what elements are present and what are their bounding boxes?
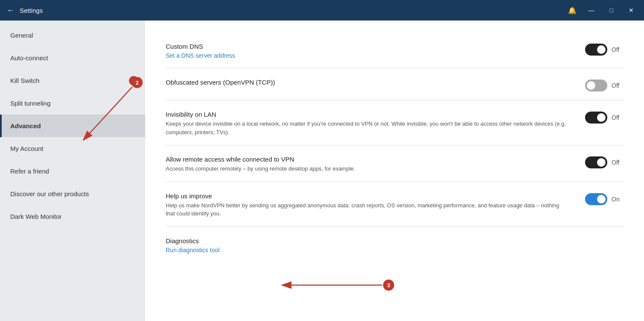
sidebar-label-dark-web: Dark Web Monitor: [10, 213, 62, 220]
setting-help-improve: Help us improveHelp us make NordVPN bett…: [166, 184, 624, 227]
setting-desc-invisibility-lan: Keeps your device invisible on a local n…: [166, 120, 568, 136]
app-title: Settings: [20, 7, 43, 14]
sidebar-label-my-account: My Account: [10, 145, 44, 152]
sidebar-item-general[interactable]: General: [0, 24, 145, 47]
sidebar: GeneralAuto-connectKill Switch2Split tun…: [0, 21, 145, 321]
setting-custom-dns: Custom DNSSet a DNS server addressOff: [166, 34, 624, 68]
sidebar-item-kill-switch[interactable]: Kill Switch2: [0, 69, 145, 92]
sidebar-item-auto-connect[interactable]: Auto-connect: [0, 47, 145, 69]
status-text-remote-access: Off: [612, 159, 624, 166]
setting-invisibility-lan: Invisibility on LANKeeps your device inv…: [166, 102, 624, 145]
setting-info-custom-dns: Custom DNSSet a DNS server address: [166, 43, 585, 59]
setting-control-invisibility-lan: Off: [585, 111, 624, 124]
toggle-thumb-invisibility-lan: [597, 113, 606, 122]
sidebar-item-advanced[interactable]: Advanced: [0, 115, 145, 137]
sidebar-item-my-account[interactable]: My Account: [0, 137, 145, 160]
setting-remote-access: Allow remote access while connected to V…: [166, 147, 624, 182]
sidebar-label-refer-a-friend: Refer a friend: [10, 168, 49, 175]
back-button[interactable]: ←: [7, 6, 15, 15]
toggle-thumb-custom-dns: [597, 45, 606, 54]
sidebar-label-advanced: Advanced: [10, 122, 41, 130]
setting-control-help-improve: On: [585, 192, 624, 205]
badge-kill-switch: 2: [129, 76, 138, 85]
toggle-thumb-obfuscated-servers: [587, 81, 595, 90]
setting-obfuscated-servers: Obfuscated servers (OpenVPN (TCP))Off: [166, 70, 624, 100]
titlebar: ← Settings 🔔 — □ ✕: [0, 0, 644, 21]
status-text-custom-dns: Off: [612, 46, 624, 53]
window-controls: 🔔 — □ ✕: [568, 5, 637, 15]
setting-control-remote-access: Off: [585, 156, 624, 168]
setting-control-obfuscated-servers: Off: [585, 79, 624, 91]
setting-info-diagnostics: DiagnosticsRun diagnostics tool: [166, 237, 624, 254]
status-text-help-improve: On: [612, 196, 624, 203]
sidebar-label-kill-switch: Kill Switch: [10, 77, 39, 84]
setting-info-help-improve: Help us improveHelp us make NordVPN bett…: [166, 192, 585, 218]
setting-desc-remote-access: Access this computer remotely – by using…: [166, 165, 568, 173]
toggle-custom-dns[interactable]: [585, 44, 607, 56]
setting-info-obfuscated-servers: Obfuscated servers (OpenVPN (TCP)): [166, 79, 585, 88]
setting-label-invisibility-lan: Invisibility on LAN: [166, 111, 568, 118]
setting-label-help-improve: Help us improve: [166, 192, 568, 200]
setting-label-diagnostics: Diagnostics: [166, 237, 606, 244]
toggle-invisibility-lan[interactable]: [585, 112, 607, 124]
sidebar-label-discover-other: Discover our other products: [10, 190, 89, 197]
setting-link-custom-dns[interactable]: Set a DNS server address: [166, 52, 235, 59]
toggle-thumb-remote-access: [597, 158, 606, 167]
toggle-remote-access[interactable]: [585, 156, 607, 168]
sidebar-item-discover-other[interactable]: Discover our other products: [0, 183, 145, 205]
main-layout: GeneralAuto-connectKill Switch2Split tun…: [0, 21, 644, 321]
setting-diagnostics: DiagnosticsRun diagnostics tool: [166, 229, 624, 262]
setting-control-custom-dns: Off: [585, 43, 624, 56]
status-text-obfuscated-servers: Off: [612, 82, 624, 89]
minimize-button[interactable]: —: [585, 5, 598, 15]
toggle-thumb-help-improve: [597, 195, 606, 203]
setting-info-invisibility-lan: Invisibility on LANKeeps your device inv…: [166, 111, 585, 136]
sidebar-item-refer-a-friend[interactable]: Refer a friend: [0, 160, 145, 183]
setting-desc-help-improve: Help us make NordVPN better by sending u…: [166, 201, 568, 218]
setting-info-remote-access: Allow remote access while connected to V…: [166, 156, 585, 173]
toggle-help-improve[interactable]: [585, 193, 607, 205]
setting-link-diagnostics[interactable]: Run diagnostics tool: [166, 247, 220, 253]
notification-icon[interactable]: 🔔: [568, 6, 577, 15]
setting-label-obfuscated-servers: Obfuscated servers (OpenVPN (TCP)): [166, 79, 568, 86]
sidebar-label-auto-connect: Auto-connect: [10, 54, 48, 62]
setting-label-custom-dns: Custom DNS: [166, 43, 568, 50]
sidebar-label-split-tunneling: Split tunneling: [10, 100, 50, 107]
sidebar-item-split-tunneling[interactable]: Split tunneling: [0, 92, 145, 115]
setting-label-remote-access: Allow remote access while connected to V…: [166, 156, 568, 163]
status-text-invisibility-lan: Off: [612, 114, 624, 121]
sidebar-item-dark-web[interactable]: Dark Web Monitor: [0, 205, 145, 228]
content-area: Custom DNSSet a DNS server addressOffObf…: [145, 21, 644, 321]
maximize-button[interactable]: □: [606, 5, 617, 15]
toggle-obfuscated-servers[interactable]: [585, 80, 607, 91]
close-button[interactable]: ✕: [625, 5, 637, 15]
sidebar-label-general: General: [10, 32, 33, 39]
